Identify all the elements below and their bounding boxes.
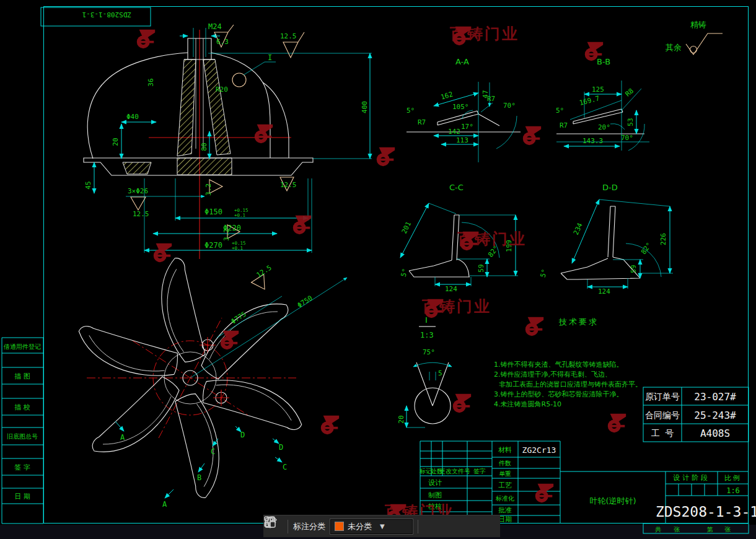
- tb-label: 日期: [498, 515, 512, 524]
- edit-annotation-button[interactable]: [423, 519, 437, 535]
- scale-label: 比例: [724, 474, 742, 482]
- dim: R7: [560, 121, 568, 129]
- annotation-toolbar: 标注分类 未分类 ▼: [263, 515, 500, 537]
- toolbar-separator: [288, 520, 288, 533]
- dim: 20: [112, 138, 120, 146]
- dim: 199: [505, 240, 513, 252]
- material-value: ZG2Cr13: [522, 445, 556, 455]
- role-label: 校核: [428, 502, 442, 511]
- section-letter: B: [197, 473, 201, 482]
- dim: 3.2: [204, 183, 213, 196]
- dim: 82°: [486, 244, 500, 259]
- section-label: B-B: [597, 57, 610, 66]
- frame-code-mirrored: ZDS208-1-3-1: [82, 11, 131, 19]
- detail-label: I: [425, 315, 428, 325]
- order-label: 原订单号: [645, 392, 680, 401]
- tb-label: 工艺: [498, 481, 512, 489]
- dim: 53: [626, 118, 635, 126]
- sidebar-item: 描 校: [14, 403, 30, 411]
- dim: 3.2: [222, 229, 231, 241]
- tolerance: +0.1: [234, 213, 245, 218]
- role-label: 设计: [428, 479, 442, 487]
- dim: 3×Φ26: [128, 187, 148, 195]
- rest-finish-label: 其余: [666, 43, 682, 52]
- material-label: 材料: [498, 446, 512, 454]
- rev-header: 标记: [419, 468, 432, 475]
- order-value: 23-027#: [694, 391, 736, 403]
- cad-drawing[interactable]: ZDS208-1-3-1 精铸 其余 借通用件登记 描 图 描 校 旧底图总号: [0, 0, 756, 539]
- rev-header: 签字: [473, 468, 486, 475]
- tb-label: 批准: [498, 506, 512, 514]
- order-label: 工 号: [651, 428, 674, 438]
- detail-mark: I: [268, 53, 272, 62]
- section-label: A-A: [455, 57, 469, 66]
- dim: R8: [623, 87, 635, 98]
- dim: 82°: [640, 241, 653, 256]
- dim: 59: [477, 264, 485, 272]
- order-value: 25-243#: [694, 410, 736, 421]
- dim: 124: [598, 287, 610, 296]
- dim: 70°: [503, 102, 516, 110]
- dim: Φ775: [229, 310, 247, 325]
- dim: 226: [659, 233, 667, 245]
- section-letter: C: [283, 463, 287, 471]
- detail-scale: 1:3: [420, 331, 434, 340]
- sidebar-item: 旧底图总号: [7, 433, 38, 440]
- tech-req-note: 3.铸件上的型砂、芯砂和芯骨应清除干净。: [494, 390, 623, 398]
- section-letter: D: [279, 443, 283, 452]
- section-letter: D: [240, 431, 245, 439]
- detail-view: I 1:3 75° 5 20: [397, 315, 452, 427]
- sidebar-item: 日 期: [14, 493, 30, 501]
- dim: 12.5: [280, 181, 297, 189]
- dim: 75°: [423, 348, 435, 356]
- sheet-label: 共: [655, 526, 661, 533]
- dim: M24: [208, 22, 222, 31]
- sidebar-item: 描 图: [14, 372, 30, 380]
- sheet-label: 第: [707, 526, 713, 533]
- category-dropdown[interactable]: 未分类 ▼: [330, 519, 413, 534]
- tech-req-note: 2.铸件应清理干净,不得有毛刺、飞边、: [494, 370, 612, 379]
- dim: 125: [592, 85, 604, 94]
- dim: 20°: [598, 123, 610, 131]
- dim: 169.7: [579, 94, 600, 107]
- section-cc-view: C-C 201 199 82° 59 124 5°: [400, 183, 518, 293]
- dim: 80: [200, 142, 208, 151]
- sheet-label: 张: [724, 526, 731, 533]
- part-name: 叶轮(逆时针): [589, 496, 636, 506]
- dim: 70°: [621, 134, 633, 142]
- tech-requirements: 技术要求 1.铸件不得有夹渣、气孔裂纹等铸造缺陷。 2.铸件应清理干净,不得有毛…: [494, 317, 642, 408]
- copy-button[interactable]: [462, 519, 476, 535]
- dim: 5°: [556, 107, 564, 115]
- order-label: 合同编号: [645, 410, 680, 420]
- rev-header: 更改文件号: [439, 468, 470, 475]
- dim: 5°: [539, 268, 549, 278]
- sidebar-item: 借通用件登记: [3, 343, 41, 350]
- dim: 5°: [407, 107, 415, 115]
- section-label: C-C: [449, 183, 464, 192]
- dim: R7: [418, 118, 426, 126]
- dim: 234: [572, 222, 584, 237]
- dim: 12.5: [280, 32, 297, 40]
- dim: 105°: [452, 103, 469, 111]
- dim: 162: [440, 90, 454, 102]
- dim: 59: [630, 265, 638, 273]
- stage-label: 设计阶段: [673, 474, 710, 482]
- dim: 5: [438, 369, 442, 377]
- section-bb-view: B-B 125 169.7 R8 5° R7 53 20° 143.3 70°: [556, 57, 649, 151]
- order-value: A408S: [700, 427, 730, 439]
- dim: Φ270: [204, 241, 222, 250]
- tb-label: 标准化: [495, 495, 514, 502]
- move-button[interactable]: [442, 519, 457, 535]
- paste-button[interactable]: [481, 519, 495, 535]
- tech-req-note: 非加工表面上的浇冒口应清理与铸件表面齐平。: [499, 380, 642, 388]
- dim: 124: [445, 285, 457, 293]
- section-letter: C: [211, 447, 215, 456]
- tolerance: +0.1: [232, 245, 243, 251]
- border-sidebar: 借通用件登记 描 图 描 校 旧底图总号 签 字 日 期: [2, 338, 43, 524]
- toolbar-separator: [418, 520, 418, 533]
- category-color-swatch: [335, 522, 344, 531]
- main-section-view: M24 6.3 12.5 R20 I Φ40 36 20 80 45 400 3…: [84, 22, 372, 259]
- scale-value: 1:6: [726, 486, 740, 495]
- dim: 47: [481, 90, 490, 98]
- category-label: 标注分类: [293, 521, 325, 532]
